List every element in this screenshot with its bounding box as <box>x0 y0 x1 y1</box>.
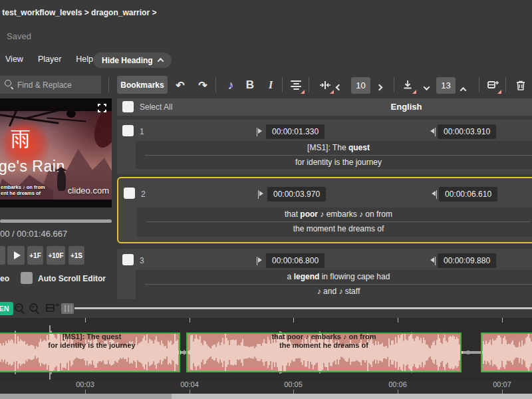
language-column-header[interactable]: English <box>376 102 436 112</box>
toolbar: Bookmarks ↶ ↷ ♪ B I 10 13 <box>0 72 532 98</box>
row-checkbox[interactable] <box>122 125 134 136</box>
step-button-+10f[interactable]: +10F <box>47 246 65 265</box>
menu-item-player[interactable]: Player <box>38 55 61 64</box>
start-time[interactable]: 00:00:03.970 <box>267 187 326 201</box>
subtitle-row[interactable]: 200:00:03.97000:00:06.610that poor ♪ emb… <box>117 177 532 243</box>
time-shift-button[interactable] <box>317 76 334 94</box>
subtitle-line-1[interactable]: a legend in flowing cape had <box>136 270 532 284</box>
clipped-transport-button[interactable] <box>0 246 5 265</box>
jump-up-button[interactable] <box>461 82 470 92</box>
video-preview[interactable]: 雨 ge's Rain embarks ♪ on from ent he dre… <box>0 98 112 207</box>
menu-item-view[interactable]: View <box>5 55 23 64</box>
italic-button[interactable]: I <box>262 76 279 94</box>
toolbar-separator <box>505 77 506 92</box>
zoom-in-icon[interactable] <box>29 303 40 314</box>
chevron-up-icon <box>460 87 467 94</box>
foliage-silhouette <box>90 111 112 151</box>
bookmarks-button[interactable]: Bookmarks <box>117 76 168 94</box>
video-scene: 雨 ge's Rain embarks ♪ on from ent he dre… <box>0 111 112 200</box>
chevron-up-icon <box>157 58 164 65</box>
waveform-section: EN [MS1]: The questfor identity is the j… <box>0 299 532 399</box>
nudge-value-box[interactable]: 10 <box>351 77 370 94</box>
hide-heading-button[interactable]: Hide Heading <box>93 53 172 68</box>
menu-bar: ViewPlayerHelp <box>5 55 93 64</box>
language-badge: EN <box>0 302 13 315</box>
toolbar-separator <box>282 77 283 92</box>
snap-down-button[interactable] <box>399 76 416 94</box>
timeline-label: 00:04 <box>180 380 199 388</box>
end-time[interactable]: 00:00:03.910 <box>438 124 496 139</box>
delete-button[interactable] <box>512 76 529 94</box>
subtitle-line-1[interactable]: [MS1]: The quest <box>136 141 532 155</box>
waveform-zoom-slider-track[interactable] <box>74 307 532 309</box>
subtitle-text-area[interactable]: that poor ♪ embarks ♪ on fromthe moment … <box>137 207 532 237</box>
waveform-region-label: [MS1]: The questfor identity is the jour… <box>0 332 185 350</box>
start-flag-icon <box>257 257 264 265</box>
decrease-nudge-button[interactable] <box>336 80 346 90</box>
select-all-label: Select All <box>140 102 172 112</box>
add-segment-icon[interactable] <box>46 304 55 312</box>
video-caption-line1: embarks ♪ on from <box>1 184 45 190</box>
undo-button[interactable]: ↶ <box>172 76 189 94</box>
subtitle-line-2[interactable]: the moment he dreams of <box>137 222 532 236</box>
select-all-checkbox[interactable] <box>122 101 134 112</box>
subtitle-text-area[interactable]: [MS1]: The questfor identity is the jour… <box>136 141 532 169</box>
hide-heading-label: Hide Heading <box>102 56 153 65</box>
video-checkbox-label: eo <box>0 274 9 283</box>
menu-item-help[interactable]: Help <box>76 55 93 64</box>
end-flag-icon <box>428 128 436 136</box>
warrior-figure <box>57 170 66 191</box>
subtitle-text-area[interactable]: a legend in flowing cape had♪ and ♪ staf… <box>136 270 532 303</box>
toolbar-separator <box>215 77 216 92</box>
row-index: 1 <box>140 127 144 136</box>
step-button-+1f[interactable]: +1F <box>27 246 43 265</box>
breadcrumb[interactable]: › test_workflow_levels > dragon_warrior … <box>0 8 156 17</box>
subtitle-line-2[interactable]: ♪ and ♪ staff <box>136 285 532 299</box>
subtitle-row[interactable]: 300:00:06.80000:00:09.880a legend in flo… <box>117 249 532 306</box>
end-time[interactable]: 00:00:09.880 <box>438 253 496 268</box>
toolbar-separator <box>479 77 479 92</box>
waveform-scrollbar-thumb[interactable] <box>0 394 172 399</box>
step-button-+1s[interactable]: +1S <box>68 246 84 265</box>
find-replace-input[interactable] <box>17 80 96 90</box>
subtitle-list-header: Select All English <box>117 98 532 116</box>
align-center-button[interactable] <box>287 76 305 94</box>
waveform-scrollbar[interactable] <box>0 394 532 399</box>
auto-scroll-checkbox[interactable] <box>21 272 33 284</box>
subtitle-row[interactable]: 100:00:01.33000:00:03.910[MS1]: The ques… <box>117 120 532 174</box>
save-status: Saved <box>7 31 31 41</box>
start-flag-icon <box>257 128 264 136</box>
timeline-label: 00:05 <box>284 380 303 388</box>
start-time[interactable]: 00:00:06.800 <box>266 253 325 268</box>
waveform-zoom-slider-handle[interactable] <box>61 303 74 314</box>
toolbar-separator <box>108 77 109 92</box>
jump-value-box[interactable]: 13 <box>436 77 456 94</box>
toolbar-separator <box>394 77 394 92</box>
add-subtitle-button[interactable] <box>484 76 501 94</box>
row-checkbox[interactable] <box>124 188 135 199</box>
time-display: 00 / 00:01:46.667 <box>0 229 67 239</box>
fullscreen-icon[interactable] <box>98 104 106 112</box>
chevron-left-icon <box>336 84 342 91</box>
music-note-button[interactable]: ♪ <box>222 76 239 94</box>
end-time[interactable]: 00:00:06.610 <box>439 187 497 201</box>
find-replace-box[interactable] <box>0 76 101 94</box>
video-caption-overlay: embarks ♪ on from ent he dreams of <box>1 184 45 196</box>
video-title-kanji: 雨 <box>11 126 31 153</box>
add-subtitle-icon <box>487 79 499 91</box>
auto-scroll-label: Auto Scroll Editor <box>38 274 106 283</box>
watermark: clideo.com <box>68 186 109 196</box>
subtitle-line-2[interactable]: for identity is the journey <box>136 156 532 169</box>
increase-nudge-button[interactable] <box>377 80 386 90</box>
timeline-label: 00:06 <box>388 380 407 388</box>
video-progress-bar[interactable] <box>0 219 112 223</box>
start-time[interactable]: 00:00:01.330 <box>266 124 325 139</box>
redo-button[interactable]: ↷ <box>194 76 211 94</box>
bold-button[interactable]: B <box>241 76 259 94</box>
play-button[interactable] <box>7 246 25 265</box>
row-checkbox[interactable] <box>122 254 134 265</box>
video-caption-line2: ent he dreams of <box>1 190 45 196</box>
subtitle-line-1[interactable]: that poor ♪ embarks ♪ on from <box>137 207 532 221</box>
zoom-out-icon[interactable] <box>14 303 25 314</box>
jump-down-button[interactable] <box>424 81 434 90</box>
